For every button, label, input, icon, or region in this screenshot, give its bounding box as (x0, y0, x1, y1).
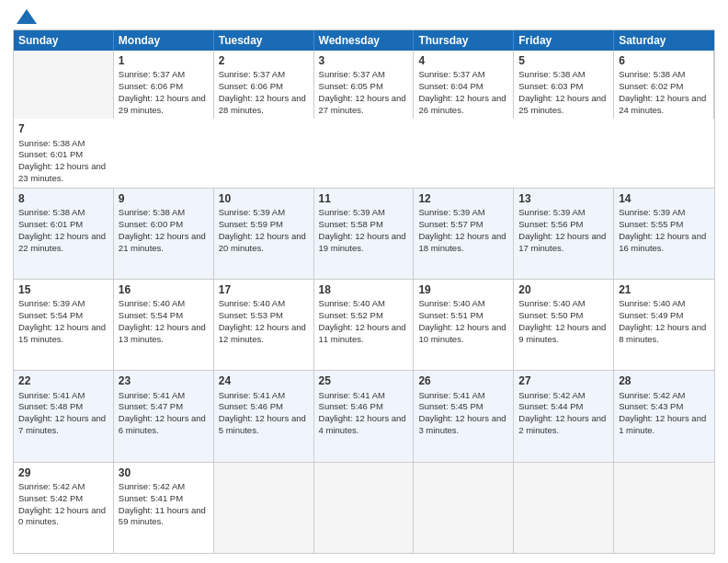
sunrise-label: Sunrise: 5:38 AM (18, 138, 85, 148)
day-number: 3 (319, 53, 409, 68)
day-cell-6: 6Sunrise: 5:38 AMSunset: 6:02 PMDaylight… (614, 51, 714, 119)
day-cell-8: 8Sunrise: 5:38 AMSunset: 6:01 PMDaylight… (14, 189, 114, 279)
sunset-label: Sunset: 5:41 PM (119, 493, 183, 503)
sunset-label: Sunset: 5:59 PM (219, 219, 283, 229)
calendar-week-3: 15Sunrise: 5:39 AMSunset: 5:54 PMDayligh… (14, 280, 714, 371)
daylight-label: Daylight: 12 hours and 23 minutes. (18, 161, 106, 183)
sunrise-label: Sunrise: 5:42 AM (619, 390, 685, 400)
daylight-label: Daylight: 12 hours and 10 minutes. (418, 322, 506, 344)
day-number: 5 (518, 53, 609, 68)
daylight-label: Daylight: 12 hours and 19 minutes. (319, 231, 406, 253)
sunrise-label: Sunrise: 5:41 AM (18, 390, 85, 400)
sunset-label: Sunset: 5:58 PM (319, 219, 383, 229)
sunset-label: Sunset: 6:01 PM (18, 219, 83, 229)
day-cell-29: 29Sunrise: 5:42 AMSunset: 5:42 PMDayligh… (14, 463, 114, 553)
daylight-label: Daylight: 12 hours and 15 minutes. (18, 322, 106, 344)
sunset-label: Sunset: 5:53 PM (219, 310, 283, 320)
sunrise-label: Sunrise: 5:40 AM (219, 298, 285, 308)
daylight-label: Daylight: 12 hours and 12 minutes. (219, 322, 306, 344)
sunrise-label: Sunrise: 5:39 AM (418, 207, 484, 217)
sunset-label: Sunset: 5:55 PM (619, 219, 683, 229)
day-cell-12: 12Sunrise: 5:39 AMSunset: 5:57 PMDayligh… (414, 189, 514, 279)
sunrise-label: Sunrise: 5:40 AM (319, 298, 385, 308)
calendar-week-5: 29Sunrise: 5:42 AMSunset: 5:42 PMDayligh… (14, 463, 714, 553)
day-cell-26: 26Sunrise: 5:41 AMSunset: 5:45 PMDayligh… (414, 371, 514, 461)
day-number: 11 (319, 191, 409, 206)
sunset-label: Sunset: 5:42 PM (18, 493, 83, 503)
day-number: 16 (119, 282, 209, 297)
daylight-label: Daylight: 12 hours and 2 minutes. (518, 413, 606, 435)
sunrise-label: Sunrise: 5:38 AM (119, 207, 185, 217)
day-number: 20 (518, 282, 609, 297)
sunset-label: Sunset: 5:54 PM (18, 310, 83, 320)
sunset-label: Sunset: 6:02 PM (619, 81, 683, 91)
day-cell-28: 28Sunrise: 5:42 AMSunset: 5:43 PMDayligh… (614, 371, 714, 461)
day-number: 4 (418, 53, 508, 68)
sunset-label: Sunset: 6:04 PM (418, 81, 483, 91)
sunset-label: Sunset: 5:57 PM (418, 219, 483, 229)
sunrise-label: Sunrise: 5:41 AM (319, 390, 385, 400)
day-cell-20: 20Sunrise: 5:40 AMSunset: 5:50 PMDayligh… (514, 280, 614, 370)
sunset-label: Sunset: 5:46 PM (319, 401, 383, 411)
logo-icon (17, 9, 37, 24)
daylight-label: Daylight: 12 hours and 28 minutes. (219, 93, 306, 115)
sunrise-label: Sunrise: 5:42 AM (518, 390, 585, 400)
header (13, 9, 715, 24)
empty-cell (14, 51, 114, 119)
daylight-label: Daylight: 12 hours and 1 minute. (619, 413, 706, 435)
day-number: 26 (418, 373, 508, 388)
daylight-label: Daylight: 12 hours and 17 minutes. (518, 231, 606, 253)
sunset-label: Sunset: 5:45 PM (418, 401, 483, 411)
sunset-label: Sunset: 5:44 PM (518, 401, 583, 411)
day-number: 9 (119, 191, 209, 206)
sunrise-label: Sunrise: 5:40 AM (119, 298, 185, 308)
header-day-wednesday: Wednesday (314, 30, 415, 51)
sunrise-label: Sunrise: 5:42 AM (119, 481, 185, 491)
daylight-label: Daylight: 12 hours and 7 minutes. (18, 413, 106, 435)
day-cell-23: 23Sunrise: 5:41 AMSunset: 5:47 PMDayligh… (114, 371, 214, 461)
day-number: 12 (418, 191, 508, 206)
sunrise-label: Sunrise: 5:38 AM (518, 69, 585, 79)
sunset-label: Sunset: 6:06 PM (219, 81, 283, 91)
daylight-label: Daylight: 12 hours and 22 minutes. (18, 231, 106, 253)
daylight-label: Daylight: 12 hours and 24 minutes. (619, 93, 706, 115)
day-number: 2 (219, 53, 309, 68)
day-number: 13 (518, 191, 609, 206)
empty-cell (214, 463, 314, 553)
day-number: 30 (119, 465, 209, 480)
day-cell-25: 25Sunrise: 5:41 AMSunset: 5:46 PMDayligh… (314, 371, 415, 461)
sunrise-label: Sunrise: 5:41 AM (418, 390, 484, 400)
sunrise-label: Sunrise: 5:40 AM (619, 298, 685, 308)
sunrise-label: Sunrise: 5:41 AM (219, 390, 285, 400)
day-number: 8 (18, 191, 108, 206)
empty-cell (614, 463, 714, 553)
header-day-saturday: Saturday (614, 30, 714, 51)
day-cell-14: 14Sunrise: 5:39 AMSunset: 5:55 PMDayligh… (614, 189, 714, 279)
day-number: 14 (619, 191, 710, 206)
day-number: 10 (219, 191, 309, 206)
sunset-label: Sunset: 5:52 PM (319, 310, 383, 320)
sunrise-label: Sunrise: 5:42 AM (18, 481, 85, 491)
day-number: 15 (18, 282, 108, 297)
daylight-label: Daylight: 12 hours and 20 minutes. (219, 231, 306, 253)
day-number: 6 (619, 53, 709, 68)
calendar-week-1: 1Sunrise: 5:37 AMSunset: 6:06 PMDaylight… (14, 51, 714, 189)
day-number: 17 (219, 282, 309, 297)
day-number: 1 (119, 53, 209, 68)
sunset-label: Sunset: 5:56 PM (518, 219, 583, 229)
daylight-label: Daylight: 12 hours and 25 minutes. (518, 93, 606, 115)
day-number: 28 (619, 373, 710, 388)
calendar: SundayMondayTuesdayWednesdayThursdayFrid… (13, 29, 715, 554)
daylight-label: Daylight: 12 hours and 11 minutes. (319, 322, 406, 344)
sunrise-label: Sunrise: 5:37 AM (418, 69, 484, 79)
sunset-label: Sunset: 5:54 PM (119, 310, 183, 320)
day-number: 22 (18, 373, 108, 388)
sunset-label: Sunset: 6:03 PM (518, 81, 583, 91)
day-cell-5: 5Sunrise: 5:38 AMSunset: 6:03 PMDaylight… (514, 51, 614, 119)
day-cell-21: 21Sunrise: 5:40 AMSunset: 5:49 PMDayligh… (614, 280, 714, 370)
daylight-label: Daylight: 11 hours and 59 minutes. (119, 505, 206, 527)
header-day-friday: Friday (514, 30, 614, 51)
sunrise-label: Sunrise: 5:37 AM (119, 69, 185, 79)
day-cell-16: 16Sunrise: 5:40 AMSunset: 5:54 PMDayligh… (114, 280, 214, 370)
daylight-label: Daylight: 12 hours and 8 minutes. (619, 322, 706, 344)
